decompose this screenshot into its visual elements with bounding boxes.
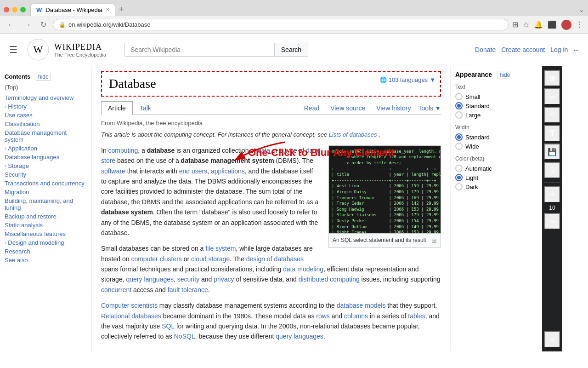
text-small-radio[interactable] (455, 93, 463, 100)
sidebar-item-link[interactable]: Use cases (5, 112, 33, 119)
sidebar-item-link[interactable]: Static analysis (5, 222, 43, 229)
color-auto-option[interactable]: Automatic (455, 165, 537, 172)
rows-link[interactable]: rows (316, 312, 330, 320)
filesystem-link[interactable]: file system (205, 245, 236, 252)
sidebar-arrow-icon[interactable]: › (5, 104, 6, 109)
color-dark-radio[interactable] (455, 183, 463, 190)
columns-link[interactable]: columns (344, 312, 368, 320)
appearance-hide-button[interactable]: hide (498, 71, 513, 79)
sidebar-arrow-icon[interactable]: › (5, 240, 6, 245)
text-standard-radio[interactable] (455, 102, 463, 109)
sidebar-item-link[interactable]: See also (5, 257, 28, 264)
sidebar-item-link[interactable]: Application (8, 145, 37, 152)
sidebar-item-link[interactable]: Backup and restore (5, 213, 57, 220)
tab-view-source[interactable]: View source (327, 102, 369, 115)
extension-icon[interactable]: ⬛ (548, 20, 557, 29)
fault-link[interactable]: fault tolerance (168, 286, 208, 293)
sql-link[interactable]: SQL (162, 322, 175, 330)
maximize-control[interactable] (20, 7, 26, 12)
sidebar-item-link[interactable]: Design and modeling (8, 239, 64, 246)
sidebar-item-link[interactable]: History (8, 103, 26, 110)
expand-icon[interactable]: ⊞ (431, 236, 437, 246)
text-large-option[interactable]: Large (455, 111, 537, 119)
clusters-link[interactable]: computer clusters (131, 255, 181, 263)
toolbar-grid-button[interactable]: ⊞ (544, 70, 560, 86)
tab-view-history[interactable]: View history (373, 102, 414, 115)
sidebar-item-link[interactable]: Security (5, 171, 26, 178)
text-small-option[interactable]: Small (455, 93, 537, 100)
minimize-control[interactable] (12, 7, 17, 12)
width-wide-radio[interactable] (455, 143, 463, 150)
tab-close-icon[interactable]: × (106, 6, 109, 13)
nosql-link[interactable]: NoSQL (174, 333, 195, 340)
more-options-icon[interactable]: ··· (573, 46, 579, 53)
active-tab[interactable]: W Database - Wikipedia × (30, 3, 115, 16)
sidebar-item-link[interactable]: Migration (5, 189, 29, 196)
querylang2-link[interactable]: query languages (276, 333, 323, 340)
sidebar-item-link[interactable]: Building, maintaining, and tuning (5, 197, 87, 211)
width-wide-option[interactable]: Wide (455, 143, 537, 150)
search-button[interactable]: Search (274, 43, 308, 57)
sidebar-item-link[interactable]: Research (5, 248, 30, 255)
forward-button[interactable]: → (21, 20, 34, 30)
search-input[interactable] (124, 43, 274, 57)
datamodeling-link[interactable]: data modeling (283, 265, 323, 273)
sidebar-item-link[interactable]: Transactions and concurrency (5, 180, 85, 187)
toolbar-delete-button[interactable]: 🗑 (544, 162, 560, 178)
endusers-link[interactable]: end users (179, 167, 207, 175)
querylang-link[interactable]: query languages (126, 276, 174, 283)
color-light-radio[interactable] (455, 174, 463, 181)
notification-icon[interactable]: 🔔 (534, 20, 543, 29)
lists-databases-link[interactable]: Lists of databases (329, 131, 377, 138)
create-account-link[interactable]: Create account (501, 46, 545, 53)
profile-icon[interactable] (561, 20, 571, 30)
sidebar-item-link[interactable]: Terminology and overview (5, 94, 74, 101)
sidebar-item-link[interactable]: Storage (8, 162, 29, 169)
computing-link[interactable]: computing (108, 147, 138, 154)
more-icon[interactable]: ⋮ (576, 20, 583, 29)
address-bar[interactable]: 🔒 en.wikipedia.org/wiki/Database (53, 19, 509, 30)
toolbar-minus-button[interactable]: − (544, 213, 560, 230)
new-tab-button[interactable]: + (115, 3, 128, 16)
hamburger-menu-button[interactable]: ☰ (9, 44, 17, 55)
color-auto-radio[interactable] (455, 165, 463, 172)
refresh-button[interactable]: ↻ (38, 19, 49, 30)
relational-link[interactable]: Relational databases (101, 312, 161, 320)
toolbar-text-button[interactable]: T (544, 125, 560, 142)
contents-hide-button[interactable]: hide (36, 73, 51, 81)
sidebar-item-link[interactable]: Classification (5, 121, 40, 127)
color-light-option[interactable]: Light (455, 174, 537, 181)
design-link[interactable]: design of databases (246, 255, 304, 263)
donate-link[interactable]: Donate (475, 46, 496, 53)
toolbar-save-button[interactable]: 💾 (544, 144, 560, 160)
toolbar-frame-button[interactable]: ▭ (544, 88, 560, 105)
concurrent-link[interactable]: concurrent (101, 286, 131, 293)
tab-article[interactable]: Article (101, 101, 133, 115)
lang-selector[interactable]: 🌐 103 languages ▼ (379, 76, 435, 83)
tab-read[interactable]: Read (300, 102, 323, 115)
back-button[interactable]: ← (5, 20, 17, 30)
cloud-link[interactable]: cloud storage (191, 255, 230, 263)
tools-dropdown-button[interactable]: Tools ▼ (418, 104, 441, 112)
compscientists-link[interactable]: Computer scientists (101, 302, 158, 309)
privacy-link[interactable]: privacy (214, 276, 234, 283)
login-link[interactable]: Log in (550, 46, 568, 53)
software-link[interactable]: software (101, 167, 125, 175)
bookmark-icon[interactable]: ☆ (523, 20, 529, 29)
sidebar-item-link[interactable]: Database management system (5, 129, 87, 143)
width-standard-option[interactable]: Standard (455, 133, 537, 141)
width-standard-radio[interactable] (455, 133, 463, 141)
toolbar-close-button[interactable]: × (544, 331, 560, 348)
close-control[interactable] (4, 7, 9, 12)
text-standard-option[interactable]: Standard (455, 102, 537, 109)
distributed-link[interactable]: distributed computing (299, 276, 360, 283)
sidebar-item-link[interactable]: Database languages (5, 154, 59, 161)
dbmodels-link[interactable]: database models (337, 302, 386, 309)
text-large-radio[interactable] (455, 111, 463, 119)
sidebar-item-link[interactable]: Miscellaneous features (5, 230, 66, 237)
sidebar-arrow-icon[interactable]: › (5, 163, 6, 168)
tab-talk[interactable]: Talk (133, 101, 158, 115)
applications-link[interactable]: applications (211, 167, 245, 175)
tables-link[interactable]: tables (408, 312, 425, 320)
toolbar-plus-button[interactable]: + (544, 186, 560, 203)
